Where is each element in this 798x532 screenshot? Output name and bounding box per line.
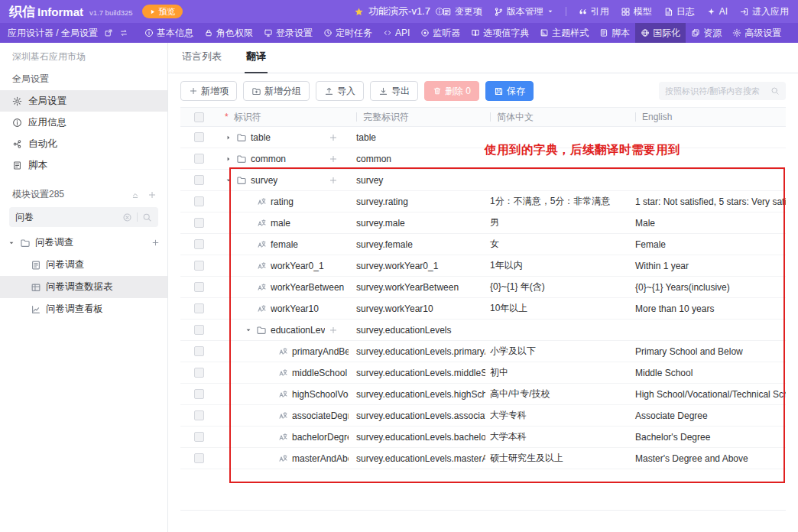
row-checkbox[interactable] <box>194 303 204 313</box>
en-translation-cell[interactable]: {0}~{1} Years(inclusive) <box>631 277 786 297</box>
zh-translation-cell[interactable]: 小学及以下 <box>485 341 631 362</box>
row-checkbox[interactable] <box>194 218 204 228</box>
en-translation-cell[interactable]: Associate Degree <box>631 405 786 426</box>
en-translation-cell[interactable]: Master's Degree and Above <box>631 448 786 469</box>
zh-translation-cell[interactable]: 女 <box>485 234 631 255</box>
row-checkbox[interactable] <box>194 196 204 206</box>
row-checkbox[interactable] <box>194 453 204 463</box>
tab-language-list[interactable]: 语言列表 <box>180 50 223 73</box>
sidebar-item-global-settings[interactable]: 全局设置 <box>0 90 167 112</box>
sidebar-item-automation[interactable]: 自动化 <box>0 133 167 154</box>
add-child-button[interactable] <box>329 326 338 335</box>
zh-translation-cell[interactable] <box>485 320 631 340</box>
menu-advanced[interactable]: 高级设置 <box>727 23 787 43</box>
tab-translation[interactable]: 翻译 <box>245 50 268 73</box>
menu-api[interactable]: API <box>378 23 415 43</box>
star-icon[interactable] <box>354 7 364 17</box>
tree-item-survey-app[interactable]: 问卷调查 <box>0 232 167 254</box>
en-translation-cell[interactable]: Middle School <box>631 362 786 383</box>
en-translation-cell[interactable] <box>631 170 786 190</box>
sidebar-item-script[interactable]: 脚本 <box>0 154 167 176</box>
en-translation-cell[interactable]: Male <box>631 212 786 233</box>
add-module-item-button[interactable] <box>151 238 160 247</box>
sidebar-item-app-info[interactable]: 应用信息 <box>0 112 167 133</box>
add-item-button[interactable]: 新增项 <box>180 81 237 101</box>
tree-item-survey-form[interactable]: 问卷调查 <box>0 254 167 276</box>
ai-button[interactable]: AI <box>706 6 728 17</box>
zh-translation-cell[interactable]: 1年以内 <box>485 255 631 276</box>
menu-role-permission[interactable]: 角色权限 <box>199 23 258 43</box>
table-search-input[interactable] <box>665 86 767 96</box>
row-checkbox[interactable] <box>194 132 204 142</box>
export-button[interactable]: 导出 <box>370 81 418 101</box>
expand-toggle-icon[interactable] <box>225 177 232 184</box>
en-translation-cell[interactable]: Female <box>631 234 786 255</box>
row-checkbox[interactable] <box>194 410 204 420</box>
zh-translation-cell[interactable]: 硕士研究生及以上 <box>485 448 631 469</box>
row-checkbox[interactable] <box>194 175 204 185</box>
reference-button[interactable]: 引用 <box>578 5 609 18</box>
row-checkbox[interactable] <box>194 261 204 271</box>
row-checkbox[interactable] <box>194 346 204 356</box>
zh-translation-cell[interactable]: 初中 <box>485 362 631 383</box>
expand-toggle-icon[interactable] <box>245 326 252 334</box>
menu-theme-style[interactable]: 主题样式 <box>534 23 594 43</box>
en-translation-cell[interactable]: Primary School and Below <box>631 341 786 362</box>
preview-button[interactable]: 预览 <box>142 5 183 18</box>
row-checkbox[interactable] <box>194 432 204 442</box>
zh-translation-cell[interactable]: 大学专科 <box>485 405 631 426</box>
menu-scheduled-tasks[interactable]: 定时任务 <box>318 23 378 43</box>
delete-button[interactable]: 删除 0 <box>424 81 479 101</box>
zh-translation-cell[interactable] <box>485 170 631 190</box>
row-checkbox[interactable] <box>194 389 204 399</box>
zh-translation-cell[interactable]: 大学本科 <box>485 427 631 447</box>
search-icon[interactable] <box>770 86 780 96</box>
clear-icon[interactable] <box>122 212 132 222</box>
en-translation-cell[interactable]: 1 star: Not satisfied, 5 stars: Very sat… <box>631 191 786 212</box>
enter-app-button[interactable]: 进入应用 <box>739 5 789 18</box>
menu-script[interactable]: 脚本 <box>594 23 635 43</box>
menu-listener[interactable]: 监听器 <box>415 23 466 43</box>
add-group-button[interactable]: 新增分组 <box>243 81 310 101</box>
en-translation-cell[interactable]: Within 1 year <box>631 255 786 276</box>
add-child-button[interactable] <box>329 176 338 185</box>
pop-out-icon[interactable] <box>104 28 113 37</box>
row-checkbox[interactable] <box>194 368 204 378</box>
expand-toggle-icon[interactable] <box>225 134 232 141</box>
en-translation-cell[interactable]: High School/Vocational/Technical School <box>631 384 786 404</box>
en-translation-cell[interactable]: More than 10 years <box>631 298 786 319</box>
module-search-input[interactable] <box>15 212 118 222</box>
import-button[interactable]: 导入 <box>316 81 364 101</box>
select-all-checkbox[interactable] <box>194 112 204 122</box>
changes-button[interactable]: 变更项 <box>442 5 482 18</box>
row-checkbox[interactable] <box>194 325 204 335</box>
expand-toggle-icon[interactable] <box>225 155 232 163</box>
log-button[interactable]: 日志 <box>663 5 695 18</box>
row-checkbox[interactable] <box>194 239 204 249</box>
zh-translation-cell[interactable]: {0}~{1} 年(含) <box>485 277 631 297</box>
add-child-button[interactable] <box>329 154 338 164</box>
menu-login-settings[interactable]: 登录设置 <box>258 23 318 43</box>
add-module-icon[interactable] <box>148 190 157 200</box>
row-checkbox[interactable] <box>194 154 204 164</box>
menu-resources[interactable]: 资源 <box>686 23 727 43</box>
add-child-button[interactable] <box>329 133 338 142</box>
en-translation-cell[interactable] <box>631 320 786 340</box>
model-button[interactable]: 模型 <box>621 5 652 18</box>
zh-translation-cell[interactable]: 男 <box>485 212 631 233</box>
tree-expand-toggle[interactable] <box>8 239 15 247</box>
row-checkbox[interactable] <box>194 282 204 292</box>
collapse-all-icon[interactable] <box>131 190 140 200</box>
en-translation-cell[interactable]: Bachelor's Degree <box>631 427 786 447</box>
tree-item-survey-data-table[interactable]: 问卷调查数据表 <box>0 276 167 298</box>
version-manage-button[interactable]: 版本管理 <box>494 5 554 18</box>
menu-option-dict[interactable]: 选项值字典 <box>466 23 534 43</box>
menu-i18n[interactable]: 国际化 <box>635 23 686 43</box>
tree-item-survey-dashboard[interactable]: 问卷调查看板 <box>0 298 167 320</box>
search-icon[interactable] <box>142 212 152 222</box>
zh-translation-cell[interactable]: 1分：不满意，5分：非常满意 <box>485 191 631 212</box>
zh-translation-cell[interactable]: 高中/中专/技校 <box>485 384 631 404</box>
save-button[interactable]: 保存 <box>485 81 534 101</box>
zh-translation-cell[interactable]: 10年以上 <box>485 298 631 319</box>
swap-icon[interactable] <box>119 28 128 37</box>
